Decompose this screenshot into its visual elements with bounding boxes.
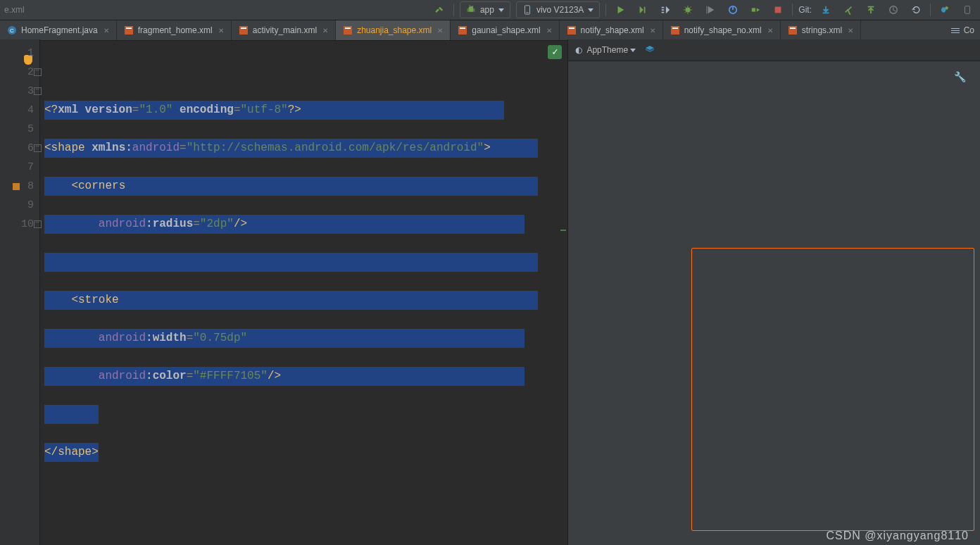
run-config-selector[interactable]: app <box>460 1 510 18</box>
svg-rect-23 <box>790 27 796 29</box>
git-rollback-icon[interactable] <box>907 1 924 18</box>
code-token: stroke <box>78 294 119 306</box>
profiler-icon[interactable] <box>724 1 741 18</box>
avd-manager-icon[interactable] <box>959 1 976 18</box>
java-class-icon: C <box>7 25 17 35</box>
tab-fragment-home-xml[interactable]: fragment_home.xml ✕ <box>117 20 232 40</box>
coverage-icon[interactable] <box>702 1 719 18</box>
theme-label: AppTheme <box>586 45 628 55</box>
git-pull-icon[interactable] <box>817 1 834 18</box>
svg-rect-4 <box>752 8 755 11</box>
close-icon[interactable]: ✕ <box>218 27 224 35</box>
close-icon[interactable]: ✕ <box>546 27 552 35</box>
chevron-down-icon <box>630 49 636 52</box>
code-token: : <box>146 218 153 230</box>
tab-notify-shape-xml[interactable]: notify_shape.xml ✕ <box>560 20 663 40</box>
svg-text:C: C <box>10 27 14 34</box>
theme-icon[interactable]: ◐ <box>575 45 582 55</box>
xml-values-icon <box>788 25 798 35</box>
close-icon[interactable]: ✕ <box>767 27 773 35</box>
code-token: < <box>44 142 51 154</box>
svg-rect-11 <box>126 27 132 29</box>
run-config-label: app <box>480 5 494 15</box>
attach-debugger-icon[interactable] <box>747 1 764 18</box>
code-token <box>44 370 99 382</box>
preview-area: ◐ AppTheme 🔧 <box>567 39 980 545</box>
tab-label: gaunai_shape.xml <box>472 25 540 35</box>
breadcrumb[interactable]: e.xml <box>4 5 25 15</box>
code-token: encoding <box>172 104 233 116</box>
separator <box>930 4 931 16</box>
code-token <box>44 218 99 230</box>
code-token: > <box>484 142 491 154</box>
code-token: corners <box>78 180 125 192</box>
svg-rect-18 <box>567 26 576 35</box>
git-commit-icon[interactable] <box>840 1 857 18</box>
apply-code-changes-icon[interactable] <box>657 1 674 18</box>
close-icon[interactable]: ✕ <box>437 27 443 35</box>
code-token: = <box>187 332 194 344</box>
svg-rect-10 <box>125 26 133 35</box>
svg-rect-22 <box>789 26 797 35</box>
code-token: "1.0" <box>139 104 172 116</box>
svg-rect-19 <box>569 27 574 29</box>
svg-rect-5 <box>775 7 781 13</box>
svg-rect-17 <box>460 27 465 29</box>
code-token: < <box>44 180 78 192</box>
svg-rect-7 <box>965 6 970 14</box>
code-token: > <box>92 446 99 458</box>
code-token: android <box>99 332 146 344</box>
preview-toolbar: ◐ AppTheme <box>568 39 980 61</box>
code-token: : <box>146 370 153 382</box>
code-token: radius <box>153 218 194 230</box>
svg-rect-1 <box>526 13 529 13</box>
preview-canvas[interactable]: 🔧 <box>568 61 980 545</box>
debug-icon[interactable] <box>679 1 696 18</box>
tab-zhuanjia-shape-xml[interactable]: zhuanjia_shape.xml ✕ <box>336 20 451 40</box>
view-mode-label[interactable]: Co <box>964 25 974 35</box>
layers-icon[interactable] <box>644 44 655 56</box>
git-push-icon[interactable] <box>862 1 879 18</box>
close-icon[interactable]: ✕ <box>322 27 328 35</box>
code-token: android <box>99 218 146 230</box>
tab-label: fragment_home.xml <box>138 25 213 35</box>
tab-gaunai-shape-xml[interactable]: gaunai_shape.xml ✕ <box>451 20 559 40</box>
svg-rect-21 <box>672 27 678 29</box>
build-hammer-icon[interactable] <box>431 1 448 18</box>
code-token: width <box>153 332 187 344</box>
stop-icon[interactable] <box>769 1 786 18</box>
tab-strings-xml[interactable]: strings.xml ✕ <box>781 20 861 40</box>
tab-notify-shape-no-xml[interactable]: notify_shape_no.xml ✕ <box>663 20 781 40</box>
analysis-ok-icon[interactable]: ✓ <box>548 45 562 59</box>
code-editor[interactable]: ✓ <?xml version="1.0" encoding="utf-8"?>… <box>40 39 567 545</box>
gutter[interactable]: 1 2 3 4 5 6 7 8 9 10 <box>0 39 40 545</box>
sync-gradle-icon[interactable] <box>936 1 953 18</box>
main-toolbar: e.xml app vivo V2123A Git: <box>0 0 980 20</box>
svg-rect-16 <box>458 26 467 35</box>
device-selector[interactable]: vivo V2123A <box>516 1 600 18</box>
warning-icon[interactable] <box>13 183 20 190</box>
line-number: 10 <box>0 215 39 234</box>
svg-rect-20 <box>671 26 679 35</box>
code-token: android <box>99 370 146 382</box>
list-icon[interactable] <box>951 28 960 33</box>
run-icon[interactable] <box>612 1 629 18</box>
tab-activity-main-xml[interactable]: activity_main.xml ✕ <box>232 20 336 40</box>
xml-drawable-icon <box>670 25 680 35</box>
close-icon[interactable]: ✕ <box>103 27 109 35</box>
code-token: xml version <box>58 104 132 116</box>
close-icon[interactable]: ✕ <box>650 27 655 35</box>
line-number: 3 <box>0 82 39 101</box>
line-number: 5 <box>0 120 39 139</box>
svg-rect-12 <box>239 26 248 35</box>
tab-homefragment-java[interactable]: C HomeFragment.java ✕ <box>0 20 117 40</box>
inspection-stripe[interactable] <box>560 230 566 231</box>
code-token: "#FFFF7105" <box>193 370 268 382</box>
chevron-down-icon <box>498 8 504 12</box>
apply-changes-icon[interactable] <box>634 1 651 18</box>
theme-selector[interactable]: AppTheme <box>586 45 636 55</box>
wrench-icon[interactable]: 🔧 <box>954 71 966 82</box>
main-split: 1 2 3 4 5 6 7 8 9 10 ✓ <?xml version="1.… <box>0 39 980 545</box>
close-icon[interactable]: ✕ <box>848 27 853 35</box>
git-history-icon[interactable] <box>885 1 902 18</box>
